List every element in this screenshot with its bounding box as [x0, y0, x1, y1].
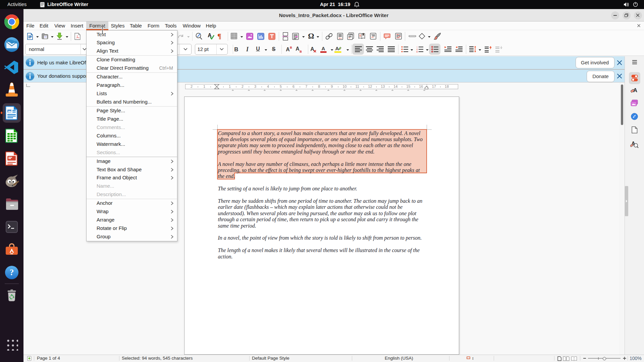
svg-text:B: B [290, 46, 292, 49]
svg-text:18: 18 [444, 84, 448, 88]
svg-text:A: A [296, 46, 300, 52]
svg-text:I: I [417, 46, 418, 48]
svg-text:6: 6 [292, 84, 294, 88]
svg-text:15: 15 [406, 84, 410, 88]
svg-text:I: I [472, 356, 474, 360]
svg-text:3: 3 [254, 84, 256, 88]
svg-text:A: A [286, 47, 290, 52]
svg-text:11: 11 [355, 84, 359, 88]
svg-text:4: 4 [267, 84, 269, 88]
svg-text:A: A [310, 46, 314, 52]
svg-text:16: 16 [419, 84, 423, 88]
svg-text:2: 2 [191, 84, 193, 88]
svg-text:A: A [208, 33, 212, 38]
svg-text:14: 14 [393, 84, 397, 88]
svg-text:¶: ¶ [217, 33, 221, 40]
svg-text:10: 10 [342, 84, 346, 88]
svg-text:5: 5 [280, 84, 282, 88]
svg-text:1: 1 [203, 84, 205, 88]
svg-text:III: III [416, 51, 418, 53]
svg-text:7: 7 [305, 84, 307, 88]
svg-text:13: 13 [381, 84, 385, 88]
svg-text:1: 1 [229, 84, 231, 88]
svg-text:Ω: Ω [308, 32, 314, 40]
svg-text:8: 8 [318, 84, 320, 88]
svg-text:9: 9 [331, 84, 333, 88]
svg-text:B: B [300, 50, 302, 53]
svg-text:?: ? [10, 268, 14, 277]
svg-text:A: A [322, 46, 325, 51]
svg-text:1: 1 [338, 37, 340, 40]
svg-text:A: A [335, 46, 339, 51]
svg-text:II: II [417, 48, 418, 51]
svg-text:17: 17 [432, 84, 436, 88]
svg-text:12: 12 [368, 84, 372, 88]
svg-text:2: 2 [241, 84, 244, 88]
